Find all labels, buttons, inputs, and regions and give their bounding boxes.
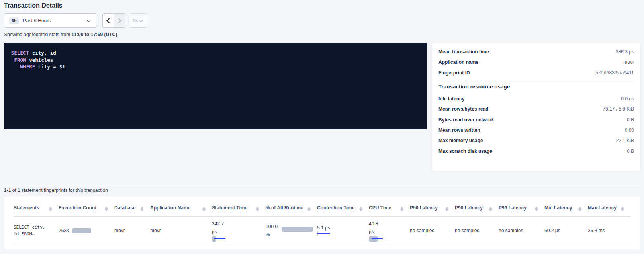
aggregated-stats-line: Showing aggregated stats from 11:00 to 1…: [4, 32, 117, 37]
time-range-badge: 6h: [9, 17, 19, 24]
cell-statement-time: 342.7µs: [212, 216, 266, 245]
overview-row: Application name movr: [438, 57, 634, 67]
sql-line: WHERE city = $1: [11, 63, 420, 70]
time-range-dropdown[interactable]: 6h Past 6 Hours: [4, 13, 96, 28]
resource-label: Bytes read over network: [438, 117, 494, 123]
cell-database: movr: [114, 216, 150, 245]
sort-icon[interactable]: [400, 207, 403, 211]
previous-time-button[interactable]: [102, 13, 114, 28]
sort-icon[interactable]: [105, 207, 108, 211]
sql-statement-box: SELECT city, id FROM vehicles WHERE city…: [4, 43, 427, 129]
overview-value: 386.3 µs: [616, 49, 634, 55]
transaction-details-page: Transaction Details 6h Past 6 Hours Now …: [0, 0, 644, 254]
stats-range: 11:00 to 17:59 (UTC): [71, 32, 117, 37]
column-header-max-latency[interactable]: Max Latency: [588, 205, 617, 213]
overview-label: Fingerprint ID: [438, 70, 470, 76]
overview-value: movr: [623, 59, 634, 65]
divider: [438, 80, 634, 80]
cell-max-latency: 36.3 ms: [588, 216, 630, 245]
column-header-application-name[interactable]: Application Name: [150, 205, 190, 213]
sort-icon[interactable]: [141, 207, 144, 211]
column-header-statements[interactable]: Statements: [14, 205, 39, 213]
resource-label: Mean rows/bytes read: [438, 106, 488, 112]
column-header-statement-time[interactable]: Statement Time: [212, 205, 247, 213]
sort-icon[interactable]: [621, 207, 624, 211]
resource-row: Mean rows/bytes read 78.17 / 5.8 KiB: [438, 104, 634, 114]
column-header-min-latency[interactable]: Min Latency: [544, 205, 572, 213]
table-row: SELECT city,id FROM… 263k movr movr 342.…: [14, 216, 630, 245]
resource-label: Idle latency: [438, 96, 464, 102]
now-button[interactable]: Now: [129, 13, 147, 28]
sort-icon[interactable]: [202, 207, 206, 211]
overview-row: Fingerprint ID ee2df683f5aa9411: [438, 68, 634, 78]
column-header-p99-latency[interactable]: P99 Latency: [499, 205, 527, 213]
resource-label: Max memory usage: [438, 138, 483, 143]
column-header-runtime[interactable]: % of All Runtime: [266, 205, 303, 213]
execution-count-bar: [72, 228, 91, 233]
page-title: Transaction Details: [4, 2, 63, 9]
runtime-bar: [282, 227, 313, 232]
resource-usage-heading: Transaction resource usage: [438, 84, 634, 90]
cell-execution-count: 263k: [59, 216, 114, 245]
time-nav-group: [102, 13, 125, 28]
resource-row: Max scratch disk usage 0 B: [438, 146, 634, 156]
column-header-cpu-time[interactable]: CPU Time: [369, 205, 391, 213]
sort-icon[interactable]: [49, 207, 52, 211]
sort-icon[interactable]: [445, 207, 448, 211]
resource-label: Mean rows written: [438, 127, 480, 133]
next-time-button[interactable]: [114, 13, 125, 28]
cell-min-latency: 60.2 µs: [544, 216, 588, 245]
table-header-row: Statements Execution Count Database Appl…: [14, 196, 630, 216]
stats-prefix: Showing aggregated stats from: [4, 32, 71, 37]
divider: [4, 186, 640, 186]
cell-cpu-time: 40.8µs: [369, 216, 410, 245]
resource-row: Max memory usage 22.1 KiB: [438, 135, 634, 146]
statements-table: Statements Execution Count Database Appl…: [14, 196, 630, 245]
sql-line: SELECT city, id: [11, 49, 420, 57]
cell-percent-runtime: 100.0%: [266, 216, 317, 245]
resource-value: 78.17 / 5.8 KiB: [603, 106, 634, 112]
resource-value: 0.00: [625, 127, 634, 133]
statements-table-card: Statements Execution Count Database Appl…: [4, 196, 640, 250]
overview-label: Application name: [438, 59, 478, 65]
sql-line: FROM vehicles: [11, 57, 420, 64]
sort-icon[interactable]: [489, 207, 492, 211]
cpu-time-bar: [369, 236, 386, 242]
cell-contention-time: 5.1 µs: [317, 216, 369, 245]
chevron-down-icon: [86, 19, 91, 22]
sort-icon[interactable]: [535, 207, 538, 211]
cell-p99-latency: no samples: [499, 216, 544, 245]
sort-icon[interactable]: [256, 207, 259, 211]
overview-value: ee2df683f5aa9411: [595, 70, 634, 76]
resource-label: Max scratch disk usage: [438, 148, 492, 154]
resource-row: Mean rows written 0.00: [438, 125, 634, 135]
column-header-database[interactable]: Database: [114, 205, 135, 213]
resource-row: Idle latency 0.0 ns: [438, 94, 634, 104]
cell-application-name: movr: [150, 216, 212, 245]
resource-row: Bytes read over network 0 B: [438, 114, 634, 125]
sort-icon[interactable]: [359, 207, 362, 211]
column-header-execution-count[interactable]: Execution Count: [59, 205, 96, 213]
time-picker: 6h Past 6 Hours Now: [4, 13, 147, 28]
contention-time-bar: [317, 231, 335, 236]
resource-value: 0 B: [627, 148, 634, 154]
column-header-contention-time[interactable]: Contention Time: [317, 205, 354, 213]
fingerprints-summary: 1-1 of 1 statement fingerprints for this…: [4, 188, 108, 193]
cell-p90-latency: no samples: [455, 216, 499, 245]
transaction-overview-card: Mean transaction time 386.3 µs Applicati…: [432, 43, 640, 171]
sort-icon[interactable]: [578, 207, 581, 211]
time-range-label: Past 6 Hours: [23, 18, 86, 23]
resource-value: 0 B: [627, 117, 634, 123]
sort-icon[interactable]: [307, 207, 311, 211]
statement-time-bar: [212, 236, 229, 242]
column-header-p90-latency[interactable]: P90 Latency: [455, 205, 483, 213]
overview-label: Mean transaction time: [438, 49, 489, 55]
resource-value: 0.0 ns: [621, 96, 634, 102]
overview-row: Mean transaction time 386.3 µs: [438, 47, 634, 57]
cell-statement-fingerprint[interactable]: SELECT city,id FROM…: [14, 216, 59, 245]
cell-p50-latency: no samples: [410, 216, 455, 245]
column-header-p50-latency[interactable]: P50 Latency: [410, 205, 438, 213]
resource-value: 22.1 KiB: [616, 138, 634, 143]
